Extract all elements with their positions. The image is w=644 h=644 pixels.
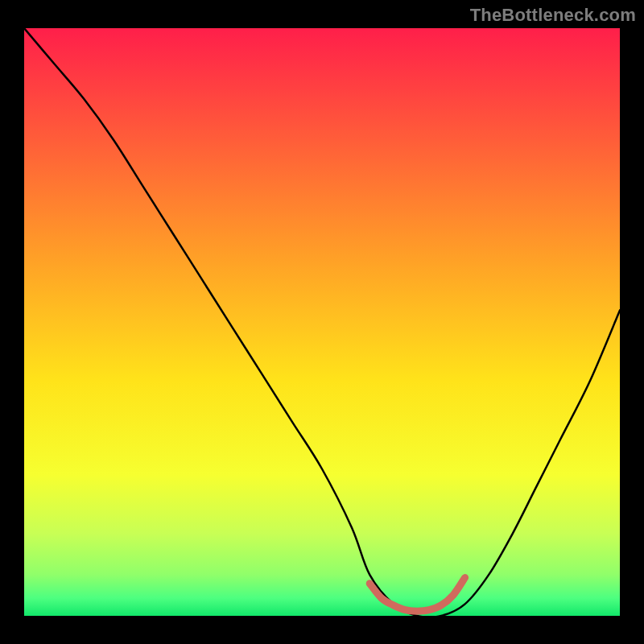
chart-area [24, 28, 620, 616]
chart-background-gradient [24, 28, 620, 616]
attribution-label: TheBottleneck.com [470, 5, 636, 26]
page-root: TheBottleneck.com [0, 0, 644, 644]
chart-svg [24, 28, 620, 616]
